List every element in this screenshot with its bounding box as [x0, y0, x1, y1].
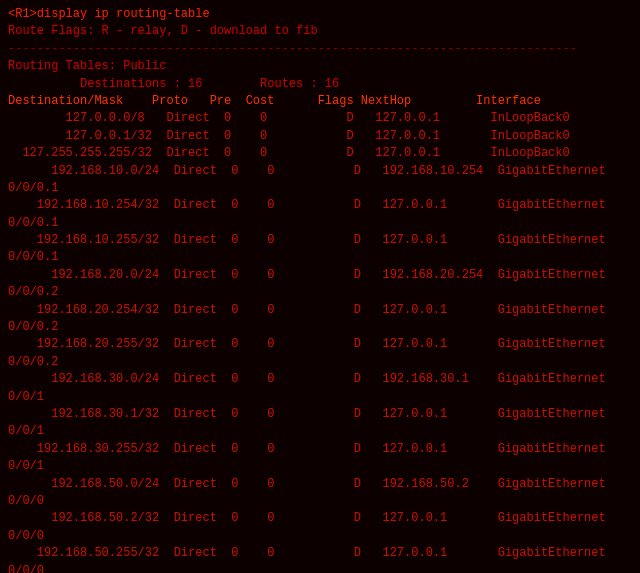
terminal-line-11: 192.168.10.0/24 Direct 0 0 D 192.168.10.…	[8, 163, 632, 180]
terminal-line-20: 0/0/0.2	[8, 319, 632, 336]
terminal-line-13: 192.168.10.254/32 Direct 0 0 D 127.0.0.1…	[8, 197, 632, 214]
terminal-line-0: <R1>display ip routing-table	[8, 6, 632, 23]
terminal-line-22: 0/0/0.2	[8, 354, 632, 371]
terminal-line-3: Routing Tables: Public	[8, 58, 632, 75]
terminal-line-24: 0/0/1	[8, 389, 632, 406]
terminal-line-4: Destinations : 16 Routes : 16	[8, 76, 632, 93]
terminal-line-23: 192.168.30.0/24 Direct 0 0 D 192.168.30.…	[8, 371, 632, 388]
terminal-line-34: 0/0/0	[8, 563, 632, 574]
terminal-line-21: 192.168.20.255/32 Direct 0 0 D 127.0.0.1…	[8, 336, 632, 353]
terminal-line-29: 192.168.50.0/24 Direct 0 0 D 192.168.50.…	[8, 476, 632, 493]
terminal-line-10: 127.255.255.255/32 Direct 0 0 D 127.0.0.…	[8, 145, 632, 162]
terminal-line-27: 192.168.30.255/32 Direct 0 0 D 127.0.0.1…	[8, 441, 632, 458]
terminal-line-26: 0/0/1	[8, 423, 632, 440]
terminal-line-19: 192.168.20.254/32 Direct 0 0 D 127.0.0.1…	[8, 302, 632, 319]
terminal-line-25: 192.168.30.1/32 Direct 0 0 D 127.0.0.1 G…	[8, 406, 632, 423]
terminal-line-17: 192.168.20.0/24 Direct 0 0 D 192.168.20.…	[8, 267, 632, 284]
terminal-window: <R1>display ip routing-tableRoute Flags:…	[0, 0, 640, 573]
terminal-line-32: 0/0/0	[8, 528, 632, 545]
terminal-line-14: 0/0/0.1	[8, 215, 632, 232]
terminal-line-33: 192.168.50.255/32 Direct 0 0 D 127.0.0.1…	[8, 545, 632, 562]
terminal-line-18: 0/0/0.2	[8, 284, 632, 301]
terminal-line-8: 127.0.0.0/8 Direct 0 0 D 127.0.0.1 InLoo…	[8, 110, 632, 127]
terminal-line-15: 192.168.10.255/32 Direct 0 0 D 127.0.0.1…	[8, 232, 632, 249]
terminal-line-30: 0/0/0	[8, 493, 632, 510]
terminal-line-28: 0/0/1	[8, 458, 632, 475]
terminal-line-16: 0/0/0.1	[8, 249, 632, 266]
terminal-line-1: Route Flags: R - relay, D - download to …	[8, 23, 632, 40]
terminal-line-31: 192.168.50.2/32 Direct 0 0 D 127.0.0.1 G…	[8, 510, 632, 527]
terminal-line-6: Destination/Mask Proto Pre Cost Flags Ne…	[8, 93, 632, 110]
terminal-line-12: 0/0/0.1	[8, 180, 632, 197]
terminal-line-2: ----------------------------------------…	[8, 41, 632, 58]
terminal-line-9: 127.0.0.1/32 Direct 0 0 D 127.0.0.1 InLo…	[8, 128, 632, 145]
